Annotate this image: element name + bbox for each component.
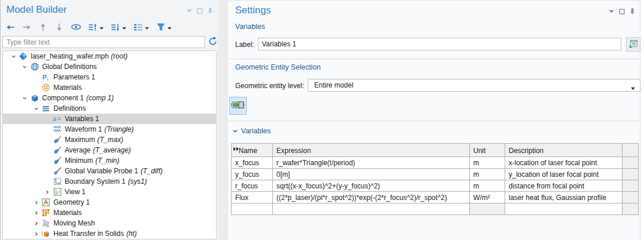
back-button[interactable] [6,23,15,32]
active-toggle-icon [231,100,245,112]
variable-description-cell[interactable]: x-location of laser focal point [505,157,623,169]
active-toggle-button[interactable] [229,97,247,115]
column-header-description[interactable]: Description [505,144,623,157]
expand-all-button[interactable] [111,23,120,32]
variable-name-cell[interactable]: Flux [232,192,273,203]
tree-item-tag: (Triangle) [105,124,134,134]
tree-item-heat-transfer-in-solids[interactable]: Heat Transfer in Solids(ht) [3,228,216,239]
variable-expression-cell[interactable]: 0[m] [273,169,470,180]
tree-item-minimum[interactable]: Minimum(T_min) [3,155,216,166]
forward-button[interactable] [22,23,31,32]
variable-description-cell[interactable] [505,203,623,215]
column-header-label: Unit [473,147,485,155]
tree-item-variables-1[interactable]: a=Variables 1 [3,114,216,124]
variable-row-r-focus: r_focussqrt((x-x_focus)^2+(y-y_focus)^2)… [232,180,639,192]
definitions-icon [40,104,52,112]
chevron-collapsed-icon[interactable] [32,200,40,205]
tree-item-parameters-1[interactable]: PiParameters 1 [3,72,216,82]
svg-text:P: P [42,74,46,81]
tree-item-label: Minimum [65,155,93,166]
expand-all-menu-caret-icon[interactable] [122,22,127,32]
variable-name-cell[interactable]: x_focus [232,157,273,169]
refresh-icon[interactable] [208,37,218,46]
variable-expression-cell[interactable]: sqrt((x-x_focus)^2+(y-y_focus)^2) [273,180,470,192]
variable-expression-cell[interactable]: r_wafer*Triangle(t/period) [273,157,470,169]
pin-panel-icon[interactable] [207,8,213,14]
tree-item-maximum[interactable]: Maximum(T_max) [3,134,216,145]
collapse-all-button[interactable] [88,23,98,32]
variable-description-cell[interactable]: distance from focal point [505,180,623,192]
variable-row-empty [232,203,639,215]
variable-unit-cell[interactable]: m [470,157,505,169]
tree-item-geometry-1[interactable]: Geometry 1 [3,197,216,208]
filter-input[interactable] [2,36,205,48]
tree-item-label: Global Variable Probe 1 [65,166,139,176]
column-header-name[interactable]: Name [232,144,273,157]
tree-item-label: Global Definitions [42,61,97,72]
variable-expression-cell[interactable]: ((2*p_laser)/(pi*r_spot^2))*exp(-(2*r_fo… [273,192,470,203]
tree-item-materials[interactable]: Materials [3,82,216,93]
column-header-expression[interactable]: Expression [273,144,470,157]
tree-item-tag: (T_max) [98,134,124,145]
float-panel-icon[interactable] [619,9,625,14]
table-corner-resize-icon[interactable] [233,145,239,153]
geometric-entity-level-label: Geometric entity level: [235,82,304,90]
chevron-collapsed-icon[interactable] [32,210,40,216]
move-up-button[interactable] [38,23,48,32]
chevron-collapsed-icon[interactable] [44,190,52,195]
variables-section-header[interactable]: Variables [232,126,271,136]
tree-item-waveform-1[interactable]: Waveform 1(Triangle) [3,124,216,134]
label-edit-button[interactable] [626,37,641,52]
filter-button[interactable] [156,23,166,32]
chevron-expanded-icon[interactable] [21,64,29,70]
chevron-expanded-icon[interactable] [32,106,40,111]
variable-name-cell[interactable]: y_focus [232,169,273,180]
tree-item-label: laser_heating_wafer.mph [31,51,109,61]
settings-subtitle: Variables [235,23,265,31]
variable-expression-cell[interactable] [273,203,470,215]
column-header-unit[interactable]: Unit [470,144,505,157]
variable-unit-cell[interactable]: m [470,180,505,192]
probe-icon [52,157,63,165]
chevron-collapsed-icon[interactable] [32,221,40,226]
tree-item-boundary-system-1[interactable]: Boundary System 1(sys1) [3,176,216,187]
geometric-entity-level-select[interactable]: Entire model [308,79,641,92]
tree-item-component-1[interactable]: Component 1(comp 1) [3,93,216,103]
filter-menu-caret-icon[interactable] [167,22,172,32]
pin-panel-icon[interactable] [629,8,635,15]
node-text-menu-caret-icon[interactable] [145,22,149,32]
filler-cell [623,157,639,169]
float-panel-icon[interactable] [197,8,203,14]
filler-cell [623,203,639,215]
chevron-expanded-icon[interactable] [9,54,17,59]
variable-name-cell[interactable]: r_focus [232,180,273,192]
chevron-collapsed-icon[interactable] [32,231,40,237]
tree-item-materials[interactable]: Materials [3,208,216,218]
variable-unit-cell[interactable]: m [470,169,505,180]
show-button[interactable] [71,24,81,31]
node-text-button[interactable] [134,23,143,32]
chevron-expanded-icon[interactable] [21,96,29,101]
tree-item-view-1[interactable]: View 1 [3,187,216,197]
tree-item-laser-heating-wafer-mph[interactable]: laser_heating_wafer.mph(root) [3,51,216,61]
variable-unit-cell[interactable]: W/m² [470,192,505,203]
heat-transfer-icon [40,230,52,238]
variable-row-x-focus: x_focusr_wafer*Triangle(t/period)mx-loca… [232,157,639,169]
tree-item-average[interactable]: Average(T_average) [3,145,216,155]
tree-item-global-variable-probe-1[interactable]: Global Variable Probe 1(T_diff) [3,166,216,176]
model-builder-panel: Model Builder laser_heating_wafer.mph(ro… [0,0,218,240]
tree-item-global-definitions[interactable]: Global Definitions [3,61,216,72]
collapse-all-menu-caret-icon[interactable] [99,22,104,32]
label-field-input[interactable] [258,38,621,50]
panel-menu-icon[interactable] [609,10,614,13]
variable-unit-cell[interactable] [470,203,505,215]
variable-description-cell[interactable]: y_location of laser focal point [505,169,623,180]
variable-description-cell[interactable]: laser heat flux, Gaussian profile [505,192,623,203]
geometric-entity-level-value: Entire model [314,81,353,89]
panel-menu-icon[interactable] [186,9,192,13]
label-field-label: Label: [235,41,254,49]
variable-name-cell[interactable] [232,203,273,215]
move-down-button[interactable] [55,23,64,32]
tree-item-moving-mesh[interactable]: Moving Mesh [3,218,216,228]
tree-item-definitions[interactable]: Definitions [3,103,216,114]
